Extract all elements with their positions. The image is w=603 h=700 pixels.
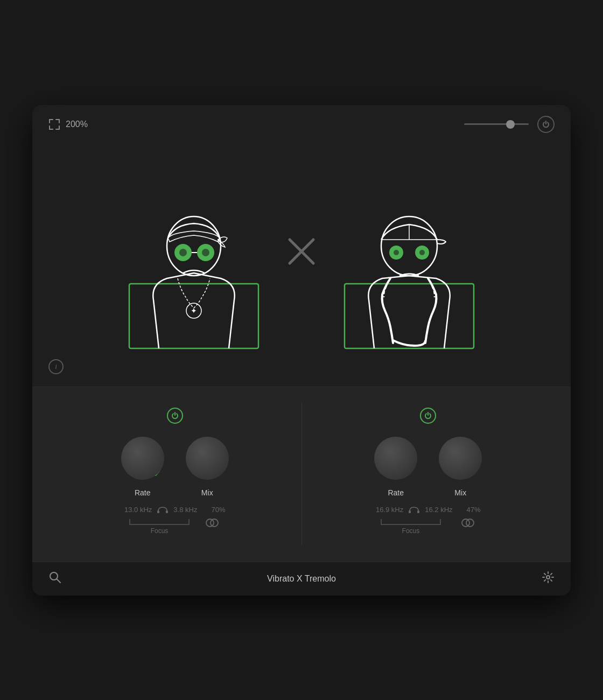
- right-mix-percent: 47%: [467, 506, 481, 514]
- right-bracket: [378, 516, 443, 526]
- svg-point-32: [462, 519, 469, 527]
- info-button[interactable]: i: [48, 359, 64, 374]
- top-section: 200%: [32, 105, 571, 386]
- left-rate-label: Rate: [135, 488, 151, 497]
- master-slider[interactable]: [464, 123, 529, 125]
- left-link-icon-area[interactable]: [205, 516, 220, 529]
- zoom-label: 200%: [66, 120, 88, 129]
- left-mix-label: Mix: [201, 488, 213, 497]
- right-headphone-icon: [409, 506, 419, 514]
- right-focus-row: 16.9 kHz 16.2 kHz 47%: [376, 506, 481, 514]
- left-focus-area: 13.0 kHz 3.8 kHz 70% Focus: [124, 506, 225, 535]
- x-icon: [285, 235, 318, 268]
- left-power-button[interactable]: [167, 408, 183, 424]
- left-rate-knob-container: Rate: [117, 432, 169, 497]
- character-left-svg: ✦: [124, 149, 264, 354]
- svg-point-25: [419, 250, 425, 255]
- right-rate-knob-container: Rate: [370, 432, 422, 497]
- footer-title: Vibrato X Tremolo: [61, 574, 542, 584]
- right-effect-panel: Rate Mix: [302, 402, 555, 545]
- power-icon: [542, 121, 550, 128]
- right-rate-knob-inner[interactable]: [374, 437, 417, 480]
- search-icon: [48, 571, 61, 584]
- character-left: ✦: [124, 149, 264, 354]
- settings-button[interactable]: [542, 571, 555, 587]
- svg-point-28: [206, 519, 214, 527]
- right-mix-knob[interactable]: [434, 432, 486, 484]
- left-power-icon: [171, 412, 179, 419]
- left-focus-bracket: Focus: [127, 516, 192, 535]
- expand-icon[interactable]: [48, 118, 60, 130]
- svg-rect-26: [157, 510, 159, 513]
- left-bracket: [127, 516, 192, 526]
- app-window: 200%: [32, 105, 571, 596]
- svg-line-35: [57, 579, 61, 583]
- svg-rect-30: [409, 510, 411, 513]
- character-right-svg: [339, 149, 479, 354]
- right-link-icon-area[interactable]: [460, 516, 475, 529]
- right-mix-label: Mix: [454, 488, 466, 497]
- right-power-button[interactable]: [420, 408, 436, 424]
- x-divider: [285, 235, 318, 268]
- left-effect-panel: Rate Mix: [48, 402, 302, 545]
- right-focus-high: 16.2 kHz: [425, 506, 452, 514]
- left-rate-knob-inner[interactable]: [121, 437, 164, 480]
- settings-icon: [542, 571, 555, 584]
- top-toolbar: 200%: [48, 116, 555, 133]
- zoom-area: 200%: [48, 118, 88, 130]
- left-mix-knob[interactable]: [181, 432, 233, 484]
- right-rate-label: Rate: [388, 488, 404, 497]
- svg-point-29: [211, 519, 218, 527]
- search-button[interactable]: [48, 571, 61, 587]
- svg-point-33: [466, 519, 474, 527]
- right-bottom-row: Focus: [376, 516, 481, 535]
- right-focus-low: 16.9 kHz: [376, 506, 403, 514]
- right-power-icon: [424, 412, 432, 419]
- footer: Vibrato X Tremolo: [32, 562, 571, 596]
- left-focus-label: Focus: [151, 527, 169, 535]
- right-link-icon: [460, 516, 475, 529]
- right-knobs-row: Rate Mix: [370, 432, 486, 497]
- left-bottom-row: Focus: [124, 516, 225, 535]
- right-focus-area: 16.9 kHz 16.2 kHz 47% Focus: [376, 506, 481, 535]
- svg-rect-27: [166, 510, 168, 513]
- svg-point-36: [546, 576, 550, 579]
- master-power-button[interactable]: [537, 116, 555, 133]
- left-focus-row: 13.0 kHz 3.8 kHz 70%: [124, 506, 225, 514]
- svg-point-13: [202, 249, 209, 256]
- characters-area: ✦: [48, 144, 555, 365]
- right-mix-knob-inner[interactable]: [439, 437, 482, 480]
- left-knobs-row: Rate Mix: [117, 432, 233, 497]
- left-link-icon: [205, 516, 220, 529]
- svg-text:✦: ✦: [191, 306, 197, 315]
- svg-rect-18: [345, 284, 474, 348]
- left-mix-knob-inner[interactable]: [186, 437, 229, 480]
- right-rate-knob[interactable]: [370, 432, 422, 484]
- character-right: [339, 149, 479, 354]
- left-focus-low: 13.0 kHz: [124, 506, 152, 514]
- right-focus-bracket: Focus: [378, 516, 443, 535]
- bottom-section: Rate Mix: [32, 386, 571, 562]
- svg-point-9: [167, 216, 221, 276]
- right-focus-label: Focus: [402, 527, 420, 535]
- left-mix-knob-container: Mix: [181, 432, 233, 497]
- svg-point-11: [179, 249, 187, 256]
- left-mix-percent: 70%: [211, 506, 225, 514]
- svg-rect-8: [129, 284, 258, 348]
- left-rate-knob[interactable]: [117, 432, 169, 484]
- left-headphone-icon: [157, 506, 168, 514]
- top-right-controls: [464, 116, 555, 133]
- svg-point-23: [394, 250, 399, 255]
- right-mix-knob-container: Mix: [434, 432, 486, 497]
- left-focus-high: 3.8 kHz: [173, 506, 197, 514]
- svg-rect-31: [417, 510, 419, 513]
